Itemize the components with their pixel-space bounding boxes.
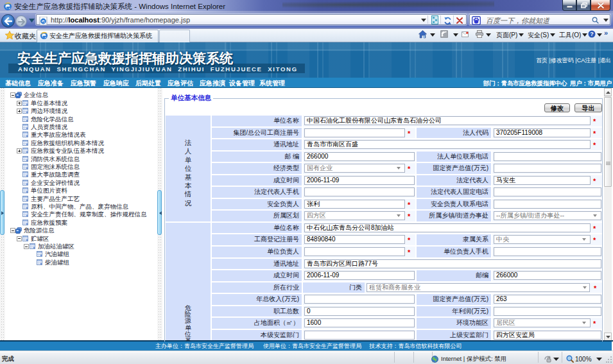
svg-text:?: ?	[590, 31, 594, 37]
